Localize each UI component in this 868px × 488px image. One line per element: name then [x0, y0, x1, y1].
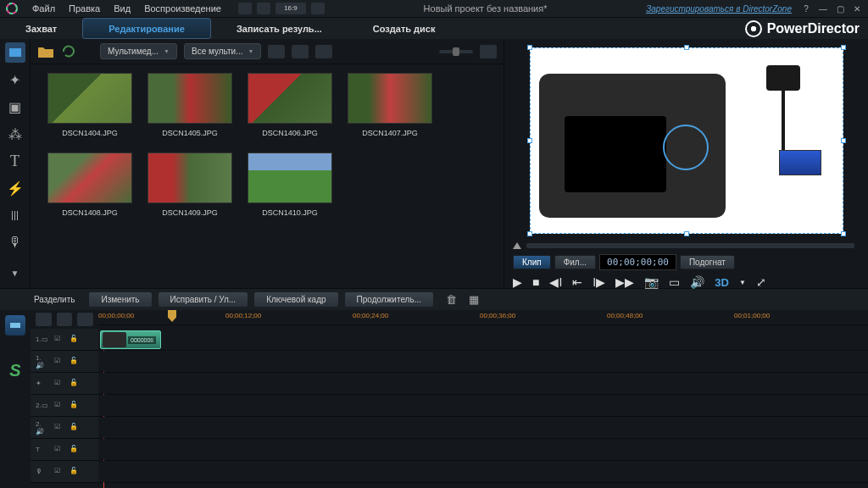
- media-thumb-item[interactable]: DSCN1406.JPG: [248, 73, 332, 137]
- title-room-icon[interactable]: T: [5, 151, 25, 171]
- aspect-ratio-dropdown[interactable]: 16:9: [275, 3, 306, 14]
- track-lock-icon[interactable]: 🔓: [70, 379, 80, 389]
- track-lane[interactable]: [98, 373, 868, 394]
- resize-handle[interactable]: [841, 138, 846, 143]
- track-lock-icon[interactable]: 🔓: [70, 335, 80, 345]
- resize-handle[interactable]: [684, 45, 689, 50]
- timecode-display[interactable]: 00;00;00;00: [599, 254, 676, 270]
- playhead-marker-icon[interactable]: [513, 242, 521, 249]
- 3d-button[interactable]: 3D: [715, 276, 729, 289]
- track-visible-icon[interactable]: ☑: [54, 445, 64, 455]
- track-lane[interactable]: [98, 417, 868, 438]
- volume-icon[interactable]: 🔊: [690, 275, 704, 289]
- track-visible-icon[interactable]: ☑: [54, 357, 64, 367]
- keyframe-button[interactable]: Ключевой кадр: [253, 291, 338, 308]
- minimize-icon[interactable]: —: [817, 3, 829, 14]
- resize-handle[interactable]: [527, 45, 532, 50]
- ruler-playhead-icon[interactable]: [168, 310, 176, 322]
- resize-handle[interactable]: [527, 138, 532, 143]
- media-thumb-item[interactable]: DSCN1405.JPG: [147, 73, 232, 137]
- media-thumb-item[interactable]: DSCN1410.JPG: [248, 152, 332, 217]
- duration-button[interactable]: Продолжитель...: [344, 291, 434, 308]
- particle-room-icon[interactable]: ⁂: [5, 124, 25, 144]
- resize-handle[interactable]: [841, 45, 846, 50]
- step-back-icon[interactable]: ⇤: [572, 275, 582, 289]
- timeline-ruler[interactable]: 00;00;00;0000;00;12;0000;00;24;0000;00;3…: [98, 310, 868, 325]
- film-mode-button[interactable]: Фил...: [554, 255, 596, 269]
- maximize-icon[interactable]: ▢: [834, 3, 846, 14]
- media-room-icon[interactable]: [5, 42, 25, 63]
- media-filter-dropdown[interactable]: Все мульти...: [184, 43, 261, 59]
- undo-icon[interactable]: [238, 3, 252, 14]
- tab-capture[interactable]: Захват: [0, 18, 82, 39]
- track-lock-icon[interactable]: 🔓: [70, 423, 80, 433]
- track-visible-icon[interactable]: ☑: [54, 467, 64, 477]
- menu-edit[interactable]: Правка: [69, 3, 100, 14]
- menu-view[interactable]: Вид: [114, 3, 131, 14]
- tab-disc[interactable]: Создать диск: [348, 18, 461, 39]
- media-thumb-item[interactable]: DSCN1407.JPG: [348, 73, 432, 137]
- next-frame-icon[interactable]: Ι▶: [593, 275, 605, 289]
- fast-forward-icon[interactable]: ▶▶: [615, 275, 634, 289]
- media-thumbnail[interactable]: [147, 73, 232, 124]
- timeline-view-icon[interactable]: [36, 313, 52, 326]
- track-lane[interactable]: [98, 351, 868, 372]
- undock-icon[interactable]: ⤢: [756, 275, 766, 289]
- redo-icon[interactable]: [257, 3, 270, 14]
- thumb-size-slider[interactable]: [439, 50, 473, 53]
- track-lock-icon[interactable]: 🔓: [70, 401, 80, 411]
- tab-edit[interactable]: Редактирование: [82, 18, 211, 39]
- media-thumb-item[interactable]: DSCN1408.JPG: [47, 152, 132, 217]
- storyboard-view-icon[interactable]: [57, 313, 73, 326]
- search-icon[interactable]: [268, 45, 285, 58]
- media-thumbnail[interactable]: [147, 152, 232, 203]
- tab-produce[interactable]: Записать резуль...: [211, 18, 348, 39]
- resize-handle[interactable]: [527, 231, 532, 236]
- pip-room-icon[interactable]: ▣: [5, 97, 25, 117]
- track-lock-icon[interactable]: 🔓: [70, 445, 80, 455]
- prev-frame-icon[interactable]: ◀Ι: [549, 275, 562, 289]
- track-lane[interactable]: [98, 461, 868, 482]
- fx-room-icon[interactable]: ✦: [5, 69, 25, 90]
- timeline-mode-icon[interactable]: [5, 315, 25, 336]
- preview-canvas[interactable]: [504, 39, 868, 242]
- clip-mode-button[interactable]: Клип: [513, 255, 551, 269]
- resize-handle[interactable]: [684, 231, 689, 236]
- media-thumb-item[interactable]: DSCN1404.JPG: [47, 73, 132, 137]
- close-icon[interactable]: ✕: [851, 3, 863, 14]
- canvas-frame[interactable]: [530, 47, 843, 234]
- transition-room-icon[interactable]: ⚡: [5, 178, 25, 198]
- track-manager-icon[interactable]: [77, 313, 93, 326]
- mixing-room-icon[interactable]: ⫼: [5, 205, 25, 225]
- media-thumbnail[interactable]: [47, 73, 132, 124]
- import-folder-icon[interactable]: [37, 45, 54, 58]
- delete-icon[interactable]: 🗑: [446, 293, 457, 306]
- track-visible-icon[interactable]: ☑: [54, 335, 64, 345]
- directorzone-link[interactable]: Зарегистрироваться в DirectorZone: [646, 4, 792, 14]
- help-icon[interactable]: ?: [800, 3, 812, 14]
- track-visible-icon[interactable]: ☑: [54, 401, 64, 411]
- media-thumbnail[interactable]: [348, 73, 432, 124]
- track-lane[interactable]: [98, 439, 868, 460]
- display-options-icon[interactable]: ▭: [669, 275, 680, 289]
- menu-play[interactable]: Воспроизведение: [144, 3, 221, 14]
- timeline-clip[interactable]: 0000006: [100, 330, 161, 349]
- track-lane[interactable]: 0000006: [98, 329, 868, 350]
- modify-button[interactable]: Изменить: [88, 291, 152, 308]
- refresh-icon[interactable]: [61, 45, 78, 58]
- voice-room-icon[interactable]: 🎙: [5, 232, 25, 252]
- media-thumbnail[interactable]: [248, 73, 332, 124]
- track-visible-icon[interactable]: ☑: [54, 423, 64, 433]
- track-visible-icon[interactable]: ☑: [54, 379, 64, 389]
- track-lock-icon[interactable]: 🔓: [70, 357, 80, 367]
- media-type-dropdown[interactable]: Мультимед...: [100, 43, 177, 59]
- media-thumbnail[interactable]: [47, 152, 132, 203]
- fix-enhance-button[interactable]: Исправить / Ул...: [158, 291, 249, 308]
- resize-handle[interactable]: [841, 231, 846, 236]
- scrub-bar[interactable]: [526, 243, 854, 248]
- split-label[interactable]: Разделить: [34, 295, 75, 304]
- menu-file[interactable]: Файл: [32, 3, 55, 14]
- more-tools-icon[interactable]: ▦: [469, 293, 479, 306]
- list-view-icon[interactable]: [315, 45, 332, 58]
- 3d-dropdown-icon[interactable]: ▼: [739, 279, 746, 286]
